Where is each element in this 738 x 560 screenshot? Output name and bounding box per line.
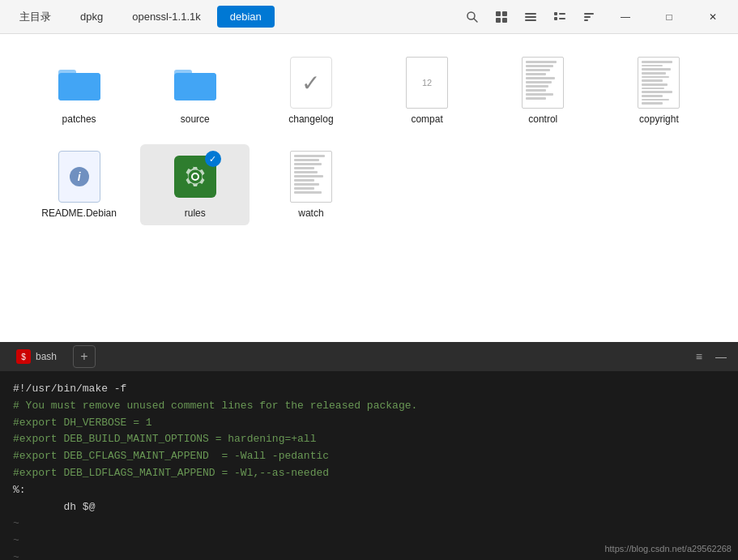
svg-rect-6	[525, 13, 536, 15]
svg-rect-9	[554, 12, 557, 15]
svg-rect-10	[559, 13, 565, 15]
tab-主目录[interactable]: 主目录	[6, 5, 64, 29]
svg-rect-5	[502, 18, 507, 23]
selected-badge: ✓	[205, 151, 221, 167]
detail-view-icon[interactable]	[548, 6, 571, 28]
svg-rect-2	[496, 11, 501, 16]
terminal-line: #export DH_VERBOSE = 1	[13, 415, 725, 432]
watch-icon	[285, 151, 337, 203]
readme-icon: i	[53, 151, 105, 203]
svg-rect-15	[584, 19, 588, 21]
terminal-line: ~	[13, 515, 725, 532]
terminal-tabbar: $ bash + ≡ —	[0, 342, 738, 371]
list-view-icon[interactable]	[519, 6, 542, 28]
terminal: $ bash + ≡ — #!/usr/bin/make -f# You mus…	[0, 342, 738, 560]
terminal-add-button[interactable]: +	[73, 345, 96, 368]
grid-view-icon[interactable]	[490, 6, 513, 28]
file-item-watch[interactable]: watch	[256, 144, 365, 225]
file-grid: patches source ✓ changelog	[24, 50, 714, 225]
rules-icon: ✓	[169, 151, 221, 203]
bash-icon: $	[16, 349, 31, 364]
terminal-line: #!/usr/bin/make -f	[13, 381, 725, 398]
sort-icon[interactable]	[578, 6, 600, 28]
svg-rect-7	[525, 16, 536, 18]
file-item-compat[interactable]: 12 compat	[373, 50, 482, 131]
folder-icon-source	[169, 57, 221, 109]
file-item-source[interactable]: source	[140, 50, 250, 131]
file-label-control: control	[528, 113, 557, 125]
file-item-copyright[interactable]: copyright	[604, 50, 714, 131]
svg-rect-12	[559, 18, 565, 19]
terminal-line: #export DEB_LDFLAGS_MAINT_APPEND = -Wl,-…	[13, 465, 725, 482]
file-browser: patches source ✓ changelog	[0, 34, 738, 342]
terminal-line: # You must remove unused comment lines f…	[13, 398, 725, 415]
file-label-changelog: changelog	[288, 113, 333, 125]
file-label-compat: compat	[411, 113, 442, 125]
file-label-readme: README.Debian	[41, 207, 117, 219]
svg-rect-3	[502, 11, 507, 16]
maximize-button[interactable]: □	[651, 4, 688, 30]
copyright-doc-icon	[633, 57, 685, 109]
search-icon[interactable]	[461, 6, 484, 28]
tab-debian[interactable]: debian	[217, 6, 275, 28]
folder-icon-patches	[53, 57, 105, 109]
terminal-line: %:	[13, 482, 725, 499]
terminal-body[interactable]: #!/usr/bin/make -f# You must remove unus…	[0, 371, 738, 560]
control-icon	[517, 57, 569, 109]
file-label-patches: patches	[62, 113, 96, 125]
terminal-hamburger[interactable]: ≡	[691, 347, 707, 366]
svg-rect-13	[584, 13, 594, 15]
file-label-source: source	[181, 113, 210, 125]
file-item-control[interactable]: control	[488, 50, 598, 131]
file-label-rules: rules	[185, 207, 206, 219]
file-item-changelog[interactable]: ✓ changelog	[256, 50, 365, 131]
svg-rect-14	[584, 16, 591, 18]
close-button[interactable]: ✕	[694, 4, 732, 30]
terminal-tab-label: bash	[36, 351, 57, 362]
titlebar-actions: — □ ✕	[461, 4, 732, 30]
compat-icon: 12	[401, 57, 453, 109]
file-item-patches[interactable]: patches	[24, 50, 134, 131]
svg-rect-11	[554, 17, 557, 20]
file-label-copyright: copyright	[639, 113, 679, 125]
changelog-icon: ✓	[285, 57, 337, 109]
terminal-line: #export DEB_BUILD_MAINT_OPTIONS = harden…	[13, 431, 725, 448]
file-label-watch: watch	[298, 207, 323, 219]
titlebar: 主目录dpkgopenssl-1.1.1kdebian — □ ✕	[0, 0, 738, 34]
tab-openssl-1.1.1k[interactable]: openssl-1.1.1k	[119, 6, 214, 28]
svg-rect-8	[525, 19, 536, 21]
tab-bar: 主目录dpkgopenssl-1.1.1kdebian	[6, 5, 461, 29]
terminal-tab-bash[interactable]: $ bash	[6, 346, 66, 367]
svg-rect-4	[496, 18, 501, 23]
svg-rect-18	[58, 73, 100, 100]
svg-rect-21	[174, 73, 216, 100]
svg-line-1	[474, 19, 477, 22]
watermark: https://blog.csdn.net/a29562268	[604, 544, 732, 554]
terminal-line: #export DEB_CFLAGS_MAINT_APPEND = -Wall …	[13, 448, 725, 465]
terminal-minimize[interactable]: —	[710, 347, 732, 366]
terminal-line: dh $@	[13, 499, 725, 516]
tab-dpkg[interactable]: dpkg	[67, 6, 116, 28]
file-item-rules[interactable]: ✓ rules	[140, 144, 250, 225]
file-item-readme[interactable]: i README.Debian	[24, 144, 134, 225]
minimize-button[interactable]: —	[607, 4, 644, 30]
